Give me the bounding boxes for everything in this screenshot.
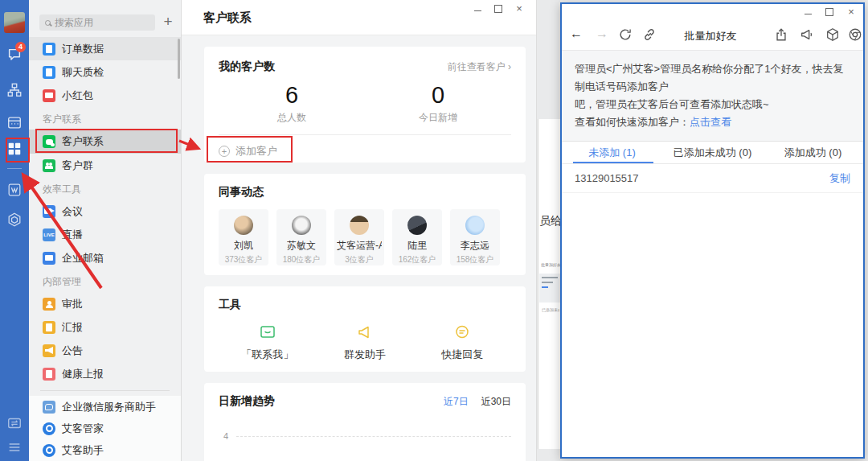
app-list: 订单数据 聊天质检 小红包 客户联系 客户联系 客户群 效率工具 [29, 37, 181, 461]
close-button[interactable]: × [512, 2, 526, 15]
view-customers-link[interactable]: 前往查看客户 › [448, 60, 511, 74]
background-window-sliver: 员给他 批量加好友 已添加未成功 [538, 119, 560, 449]
browser-chrome-icon[interactable] [848, 27, 864, 43]
avatar[interactable] [4, 12, 25, 33]
section-efficiency-tools: 效率工具 [29, 177, 181, 200]
tool-mass-message[interactable]: 群发助手 [316, 323, 413, 362]
minimize-button[interactable] [800, 6, 815, 18]
tool-contact-me[interactable]: 「联系我」 [219, 323, 316, 362]
app-item-aike-manager[interactable]: 艾客管家 [29, 418, 181, 439]
app-item-red-packet[interactable]: 小红包 [29, 84, 181, 107]
chevron-right-icon: › [508, 61, 511, 72]
app-item-order-data[interactable]: 订单数据 [29, 37, 181, 60]
stat-new-today: 0 今日新增 [365, 82, 511, 125]
refresh-icon[interactable] [618, 27, 634, 43]
tab-not-added[interactable]: 未添加 (1) [562, 146, 662, 160]
colleagues-title: 同事动态 [219, 185, 511, 200]
customer-contact-icon [43, 135, 55, 148]
message-line-2: 吧，管理员在艾客后台可查看添加状态哦~ [575, 96, 850, 113]
phone-number: 13129015517 [575, 172, 829, 184]
menu-icon[interactable] [6, 439, 23, 455]
tab-30-days[interactable]: 近30日 [481, 395, 511, 409]
tab-added-success[interactable]: 添加成功 (0) [763, 146, 863, 160]
add-customer-button[interactable]: 添加客户 [219, 144, 511, 158]
app-item-mail[interactable]: 企业邮箱 [29, 246, 181, 270]
app-item-customer-contact[interactable]: 客户联系 [29, 130, 181, 154]
colleague-tile[interactable]: 艾客运营-A.. 3位客户 [334, 209, 384, 265]
tab-added-failed[interactable]: 已添加未成功 (0) [662, 146, 763, 160]
package-cube-icon[interactable] [825, 27, 841, 43]
y-tick: 4 [219, 431, 228, 441]
app-item-announcement[interactable]: 公告 [29, 339, 181, 362]
search-input[interactable]: 搜索应用 [39, 14, 155, 31]
file-transfer-icon[interactable] [6, 415, 23, 431]
app-item-meeting[interactable]: 会议 [29, 200, 181, 223]
app-item-report[interactable]: 汇报 [29, 315, 181, 339]
app-item-chat-qc[interactable]: 聊天质检 [29, 60, 181, 84]
page-title: 客户联系 [203, 10, 252, 26]
main-header: 客户联系 × [182, 0, 536, 35]
rail-divider [7, 168, 22, 169]
avatar [350, 216, 369, 235]
tool-quick-reply[interactable]: 快捷回复 [414, 323, 511, 362]
avatar [465, 216, 485, 235]
add-app-button[interactable]: + [159, 12, 177, 31]
batch-add-friends-window: × ← → 批量加好友 [560, 2, 865, 459]
calendar-icon[interactable] [6, 114, 23, 130]
phone-row: 13129015517 复制 [562, 164, 863, 193]
forward-icon[interactable]: → [596, 27, 608, 41]
back-icon[interactable]: ← [570, 27, 583, 41]
app-item-health-report[interactable]: 健康上报 [29, 362, 181, 385]
background-mini-message [539, 274, 560, 303]
app-item-customer-group[interactable]: 客户群 [29, 154, 181, 177]
app-item-live[interactable]: LIVE 直播 [29, 223, 181, 246]
stat-total: 6 总人数 [219, 82, 365, 125]
colleagues-card: 同事动态 刘凯 373位客户 苏敏文 180位客户 艾客运营-A.. 3位客户 [204, 174, 526, 275]
maximize-button[interactable] [491, 2, 506, 15]
avatar [234, 216, 253, 235]
aike-assistant-icon [43, 444, 55, 457]
customer-group-icon [43, 159, 55, 172]
app-list-panel: 搜索应用 + 订单数据 聊天质检 小红包 客户联系 客户联系 [29, 0, 182, 461]
quick-reply-icon [453, 323, 471, 341]
provider-helper-icon [43, 401, 55, 414]
trend-title: 日新增趋势 [219, 394, 275, 409]
approval-icon [43, 298, 55, 311]
report-icon [43, 321, 55, 334]
minimize-button[interactable] [470, 2, 485, 15]
card-divider [219, 134, 511, 135]
announcement-icon [43, 344, 55, 357]
section-customer-contact: 客户联系 [29, 107, 181, 130]
colleague-tile[interactable]: 苏敏文 180位客户 [276, 209, 326, 265]
scrollbar-thumb[interactable] [178, 39, 180, 79]
maximize-button[interactable] [822, 6, 837, 18]
docs-icon[interactable] [6, 182, 23, 198]
colleague-tile[interactable]: 陆里 162位客户 [392, 209, 442, 265]
app-item-aike-assistant[interactable]: 艾客助手 [29, 439, 181, 461]
contacts-icon[interactable] [6, 82, 23, 98]
status-tabs: 未添加 (1) 已添加未成功 (0) 添加成功 (0) [562, 142, 863, 164]
tab-7-days[interactable]: 近7日 [444, 395, 469, 409]
close-button[interactable]: × [844, 6, 858, 18]
window-title: 批量加好友 [674, 29, 747, 43]
click-to-view-link[interactable]: 点击查看 [690, 116, 731, 128]
avatar [292, 216, 311, 235]
share-icon[interactable] [774, 27, 790, 43]
app-item-approval[interactable]: 审批 [29, 292, 181, 315]
active-tab-underline [573, 162, 653, 163]
link-icon[interactable] [642, 27, 658, 43]
app-item-wecom-provider-helper[interactable]: 企业微信服务商助手 [29, 396, 181, 418]
workspace-hexagon-icon[interactable] [6, 212, 23, 228]
browser-toolbar: ← → 批量加好友 [562, 20, 863, 51]
avatar [407, 216, 427, 235]
colleague-tile[interactable]: 李志远 158位客户 [450, 209, 500, 265]
list-divider [40, 390, 170, 391]
copy-link[interactable]: 复制 [829, 171, 850, 186]
feedback-megaphone-icon[interactable] [800, 27, 816, 43]
health-report-icon [43, 368, 55, 381]
background-text-fragment: 员给他 [539, 214, 560, 228]
unread-badge: 4 [15, 42, 26, 52]
enterprise-mail-icon [43, 252, 55, 265]
workbench-apps-icon[interactable] [6, 141, 23, 157]
colleague-tile[interactable]: 刘凯 373位客户 [219, 209, 268, 265]
